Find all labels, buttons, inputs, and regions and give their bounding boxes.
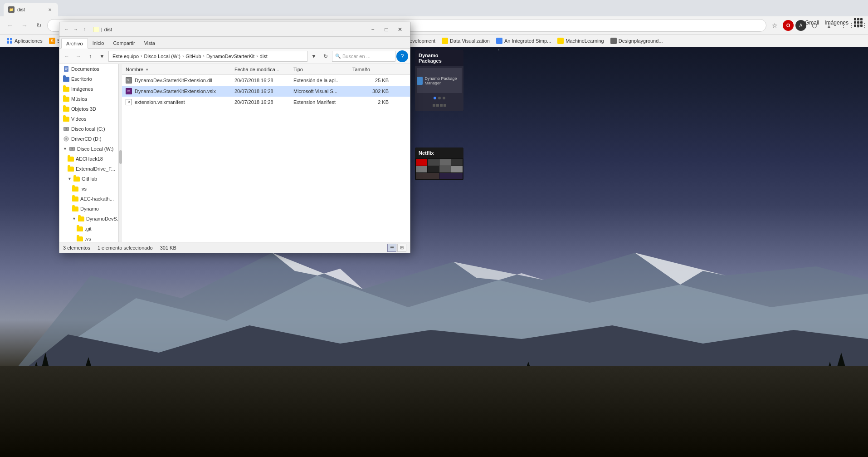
title-back-icon[interactable]: ← [63, 26, 70, 33]
scratchapixel-icon: S [49, 38, 55, 44]
sidebar-item-aec-hackath[interactable]: AEC-hackath... [59, 194, 118, 204]
ribbon-tab-compartir[interactable]: Compartir [108, 38, 139, 48]
view-details-button[interactable]: ☰ [387, 244, 396, 252]
tab-close-button[interactable]: ✕ [46, 6, 54, 13]
netflix-thumb-5[interactable] [416, 166, 427, 172]
sidebar-item-dynamodevs[interactable]: ▼ DynamoDevS... [59, 214, 118, 224]
dynamo-package-manager-thumb[interactable]: Dynamo Package Manager [417, 68, 462, 93]
sidebar-item-label: Música [71, 96, 87, 102]
file-date-dll: 20/07/2018 16:28 [234, 78, 293, 83]
title-up-icon[interactable]: ↑ [81, 26, 88, 33]
gmail-page-link[interactable]: Gmail [805, 20, 819, 26]
netflix-bottom-2[interactable] [439, 173, 463, 179]
search-placeholder: Buscar en ... [342, 54, 371, 59]
sidebar-item-imagenes[interactable]: Imágenes [59, 84, 118, 94]
title-forward-icon[interactable]: → [72, 26, 79, 33]
svg-marker-25 [635, 253, 726, 285]
nav-forward-button[interactable]: → [73, 51, 84, 62]
sidebar-scrollbar[interactable] [118, 64, 122, 242]
bookmark-design[interactable]: Designplayground... [608, 36, 666, 46]
table-row[interactable]: M extension.vsixmanifest 20/07/2018 16:2… [122, 97, 410, 108]
netflix-thumb-1[interactable] [416, 159, 427, 166]
sidebar-item-documentos[interactable]: Documentos [59, 64, 118, 74]
search-box[interactable]: 🔍 Buscar en ... [332, 51, 395, 62]
back-button[interactable]: ← [4, 19, 16, 32]
sidebar-item-vs-nested[interactable]: .vs [59, 234, 118, 242]
sidebar-item-label: Videos [71, 116, 86, 122]
col-date-label: Fecha de modifica... [234, 67, 279, 72]
table-row[interactable]: VS DynamoDev.StarterKitExtension.vsix 20… [122, 86, 410, 97]
reload-button[interactable]: ↻ [33, 19, 45, 32]
expand-arrow-icon: ▼ [63, 147, 67, 151]
svg-marker-24 [454, 262, 544, 280]
netflix-thumb-7[interactable] [439, 166, 451, 172]
ribbon-tab-vista[interactable]: Vista [140, 38, 160, 48]
sidebar-item-vs[interactable]: .vs [59, 184, 118, 194]
google-apps-grid-icon[interactable] [854, 18, 863, 27]
sidebar-item-videos[interactable]: Videos [59, 114, 118, 124]
path-este-equipo[interactable]: Este equipo [112, 54, 139, 59]
sidebar-item-musica[interactable]: Música [59, 94, 118, 104]
nav-back-button[interactable]: ← [61, 51, 72, 62]
expand-github-icon: ▼ [68, 177, 72, 181]
bookmark-apps[interactable]: Aplicaciones [4, 36, 45, 46]
netflix-thumb-8[interactable] [451, 166, 463, 172]
sidebar-item-git[interactable]: .git [59, 224, 118, 234]
dynamo-grid-area [417, 101, 462, 109]
col-date[interactable]: Fecha de modifica... [234, 67, 293, 72]
path-dynamo-starter[interactable]: DynamoDevStarterKit [206, 54, 254, 59]
file-name-manifest: M extension.vsixmanifest [126, 99, 234, 105]
dynamo-grid-icon [433, 104, 446, 107]
address-path-bar[interactable]: Este equipo › Disco Local (W:) › GitHub … [108, 51, 307, 62]
path-disco-local[interactable]: Disco Local (W:) [144, 54, 180, 59]
netflix-thumb-3[interactable] [439, 159, 451, 166]
nav-dropdown-button[interactable]: ▼ [308, 51, 319, 62]
col-name[interactable]: Nombre ▲ [126, 67, 234, 72]
netflix-thumb-2[interactable] [428, 159, 439, 166]
sidebar-item-escritorio[interactable]: Escritorio [59, 74, 118, 84]
help-button[interactable]: ? [396, 50, 408, 62]
sidebar-item-disco-c[interactable]: Disco local (C:) [59, 124, 118, 134]
sidebar-item-external[interactable]: ExternalDrive_F... [59, 164, 118, 174]
sidebar-item-dynamo[interactable]: Dynamo [59, 204, 118, 214]
nav-refresh-button[interactable]: ↻ [320, 51, 331, 62]
view-tiles-button[interactable]: ⊞ [397, 244, 406, 252]
netflix-thumb-4[interactable] [451, 159, 463, 166]
col-size[interactable]: Tamaño [352, 67, 389, 72]
bookmark-star-button[interactable]: ☆ [768, 19, 781, 32]
images-page-link[interactable]: Imágenes [824, 20, 848, 26]
path-github[interactable]: GitHub [185, 54, 201, 59]
maximize-button[interactable]: □ [380, 25, 393, 34]
ribbon-tab-inicio[interactable]: Inicio [88, 38, 109, 48]
close-button[interactable]: ✕ [394, 25, 406, 34]
search-icon: 🔍 [335, 54, 341, 59]
dynamo-package-manager-label: Dynamo Package Manager [424, 76, 462, 85]
sidebar-item-label: AEC-hackath... [80, 196, 114, 201]
sidebar-item-drivercd[interactable]: DriverCD (D:) [59, 134, 118, 144]
sidebar-item-label: Disco local (C:) [71, 126, 105, 132]
nav-recent-button[interactable]: ▼ [97, 51, 107, 62]
bookmark-integrated[interactable]: An Integrated Simp... [493, 36, 554, 46]
col-type[interactable]: Tipo [293, 67, 352, 72]
sidebar: Documentos Escritorio Imágenes [59, 64, 118, 242]
netflix-bottom-1[interactable] [416, 173, 439, 179]
path-dist[interactable]: dist [260, 54, 268, 59]
forward-button[interactable]: → [18, 19, 31, 32]
profile-icon-1[interactable]: O [783, 20, 794, 31]
browser-tab-active[interactable]: 📁 dist ✕ [4, 3, 58, 16]
bookmark-ml[interactable]: MachineLearning [555, 36, 606, 46]
window-controls: − □ ✕ [366, 25, 406, 34]
nav-up-button[interactable]: ↑ [85, 51, 96, 62]
sidebar-item-objetos3d[interactable]: Objetos 3D [59, 104, 118, 114]
sidebar-item-aechack[interactable]: AECHack18 [59, 154, 118, 164]
sidebar-item-disco-w[interactable]: ▼ Disco Local (W:) [59, 144, 118, 154]
sidebar-item-label: Disco Local (W:) [77, 146, 113, 152]
col-size-label: Tamaño [352, 67, 370, 72]
file-label-vsix: DynamoDev.StarterKitExtension.vsix [135, 88, 216, 94]
sidebar-item-github[interactable]: ▼ GitHub [59, 174, 118, 184]
ribbon-tab-archivo[interactable]: Archivo [61, 39, 88, 49]
netflix-thumb-6[interactable] [428, 166, 439, 172]
table-row[interactable]: DLL DynamoDev.StarterKitExtension.dll 20… [122, 75, 410, 86]
bookmark-dataviz[interactable]: Data Visualization [439, 36, 493, 46]
minimize-button[interactable]: − [366, 25, 379, 34]
